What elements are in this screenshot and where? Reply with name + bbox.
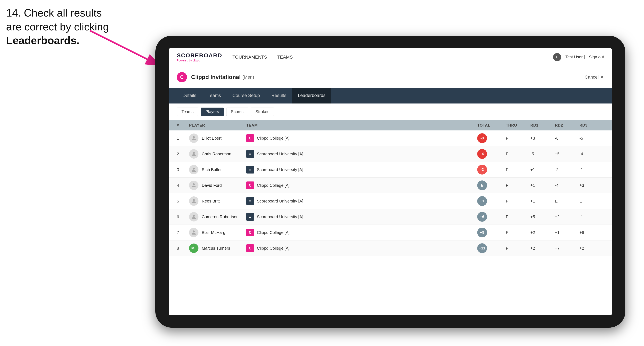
team-logo: ≡: [246, 166, 254, 173]
player-name: Rees Britt: [202, 199, 220, 203]
player-cell: Rich Butler: [189, 165, 246, 174]
rd1-value: +1: [530, 168, 555, 172]
tab-bar: Details Teams Course Setup Results Leade…: [168, 88, 612, 104]
team-cell: ≡ Scoreboard University [A]: [246, 197, 477, 205]
instruction-text: 14. Check all results are correct by cli…: [6, 6, 109, 48]
filter-scores[interactable]: Scores: [226, 108, 248, 116]
col-rank: #: [177, 123, 189, 128]
score-badge: +9: [477, 228, 487, 237]
team-name: Clippd College [A]: [257, 230, 290, 235]
team-logo: C: [246, 181, 254, 189]
top-nav: SCOREBOARD Powered by clippd TOURNAMENTS…: [168, 48, 612, 66]
svg-point-3: [193, 152, 195, 154]
tab-leaderboards[interactable]: Leaderboards: [292, 88, 331, 104]
team-name: Scoreboard University [A]: [257, 199, 303, 203]
player-name: Blair McHarg: [202, 230, 226, 235]
table-body: 1 Elliot Ebert C Clippd College [A] -8 F…: [168, 131, 612, 256]
rd3-value: -1: [580, 214, 604, 219]
thru-value: F: [506, 230, 530, 235]
total-score: -2: [477, 165, 506, 174]
team-cell: ≡ Scoreboard University [A]: [246, 213, 477, 221]
team-logo: ≡: [246, 213, 254, 221]
col-rd1: RD1: [530, 123, 555, 128]
tab-teams[interactable]: Teams: [202, 88, 227, 104]
table-row: 4 David Ford C Clippd College [A] E F +1…: [168, 177, 612, 193]
tab-course-setup[interactable]: Course Setup: [227, 88, 266, 104]
rd1-value: +5: [530, 214, 555, 219]
rd1-value: +1: [530, 199, 555, 203]
tournament-tag: (Men): [242, 74, 254, 80]
team-name: Clippd College [A]: [257, 246, 290, 251]
player-cell: Rees Britt: [189, 196, 246, 206]
player-cell: Cameron Robertson: [189, 212, 246, 221]
rd3-value: +3: [580, 183, 604, 188]
player-name: Chris Robertson: [202, 152, 231, 156]
player-avatar: MT: [189, 244, 198, 253]
player-avatar: [189, 181, 198, 190]
total-score: +9: [477, 228, 506, 237]
total-score: +6: [477, 212, 506, 222]
player-name: Rich Butler: [202, 168, 222, 172]
total-score: -8: [477, 133, 506, 143]
team-cell: C Clippd College [A]: [246, 229, 477, 236]
total-score: +1: [477, 196, 506, 206]
rd2-value: +7: [555, 246, 580, 251]
filter-teams[interactable]: Teams: [177, 108, 198, 116]
user-label: Test User |: [565, 55, 585, 59]
player-avatar: [189, 212, 198, 221]
svg-point-5: [193, 183, 195, 185]
rd3-value: +2: [580, 246, 604, 251]
thru-value: F: [506, 199, 530, 203]
rd3-value: -5: [580, 136, 604, 141]
table-row: 5 Rees Britt ≡ Scoreboard University [A]…: [168, 193, 612, 209]
logo-text: SCOREBOARD: [177, 52, 222, 59]
player-avatar: [189, 149, 198, 159]
row-rank: 6: [177, 214, 189, 219]
leaderboard-table: # PLAYER TEAM TOTAL THRU RD1 RD2 RD3 1: [168, 120, 612, 315]
team-cell: C Clippd College [A]: [246, 244, 477, 252]
player-avatar: [189, 165, 198, 174]
row-rank: 1: [177, 136, 189, 141]
table-row: 1 Elliot Ebert C Clippd College [A] -8 F…: [168, 131, 612, 146]
cancel-button[interactable]: Cancel ✕: [585, 74, 604, 80]
table-row: 6 Cameron Robertson ≡ Scoreboard Univers…: [168, 209, 612, 225]
rd2-value: +1: [555, 230, 580, 235]
table-row: 7 Blair McHarg C Clippd College [A] +9 F…: [168, 225, 612, 240]
total-score: +11: [477, 243, 506, 253]
tab-results[interactable]: Results: [266, 88, 292, 104]
logo-sub: Powered by clippd: [177, 59, 222, 62]
rd2-value: -2: [555, 168, 580, 172]
signout-link[interactable]: Sign out: [589, 55, 604, 59]
nav-tournaments[interactable]: TOURNAMENTS: [232, 53, 267, 61]
thru-value: F: [506, 214, 530, 219]
row-rank: 5: [177, 199, 189, 203]
rd2-value: E: [555, 199, 580, 203]
filter-players[interactable]: Players: [201, 108, 224, 116]
team-cell: ≡ Scoreboard University [A]: [246, 166, 477, 173]
rd3-value: +6: [580, 230, 604, 235]
row-rank: 8: [177, 246, 189, 251]
nav-teams[interactable]: TEAMS: [277, 53, 293, 61]
tab-details[interactable]: Details: [177, 88, 202, 104]
col-total: TOTAL: [477, 123, 506, 128]
nav-right: U Test User | Sign out: [553, 53, 604, 61]
player-cell: David Ford: [189, 181, 246, 190]
logo-area: SCOREBOARD Powered by clippd: [177, 52, 222, 62]
tournament-icon: C: [177, 72, 187, 82]
rd2-value: -4: [555, 183, 580, 188]
thru-value: F: [506, 168, 530, 172]
row-rank: 3: [177, 168, 189, 172]
team-name: Scoreboard University [A]: [257, 168, 303, 172]
thru-value: F: [506, 136, 530, 141]
col-team: TEAM: [246, 123, 477, 128]
svg-point-2: [193, 136, 195, 138]
filter-strokes[interactable]: Strokes: [251, 108, 274, 116]
player-avatar: [189, 196, 198, 206]
team-cell: C Clippd College [A]: [246, 181, 477, 189]
tablet-frame: SCOREBOARD Powered by clippd TOURNAMENTS…: [155, 36, 626, 328]
score-badge: -4: [477, 149, 487, 159]
col-thru: THRU: [506, 123, 530, 128]
team-name: Clippd College [A]: [257, 136, 290, 141]
rd3-value: -1: [580, 168, 604, 172]
team-logo: C: [246, 229, 254, 236]
